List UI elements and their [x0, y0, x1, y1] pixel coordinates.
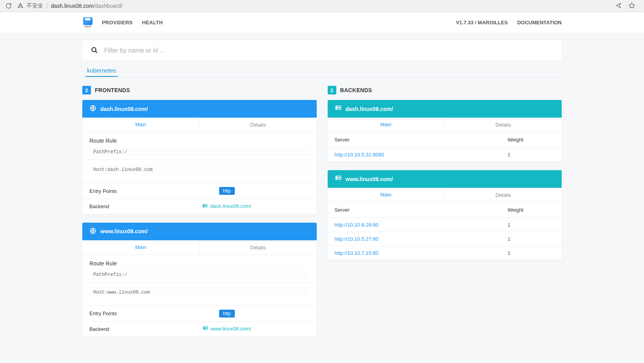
server-link[interactable]: http://10.10.7.15:80	[335, 250, 508, 256]
backends-title: BACKENDS	[340, 87, 372, 93]
frontend-card-header: www.linux08.com/	[82, 223, 317, 240]
tab-details[interactable]: Details	[445, 188, 562, 202]
tab-details[interactable]: Details	[200, 118, 316, 132]
frontend-name: www.linux08.com/	[100, 228, 148, 234]
col-server: Server	[335, 207, 508, 213]
tab-details[interactable]: Details	[200, 240, 316, 254]
search-input[interactable]	[104, 47, 553, 54]
route-rule-label: Route Rule	[89, 260, 310, 267]
url-separator: |	[46, 3, 48, 9]
route-rule-value: PathPrefix:/	[89, 270, 310, 280]
svg-point-14	[336, 109, 337, 109]
entry-point-pill: http	[219, 187, 235, 195]
server-link[interactable]: http://10.10.5.31:8080	[335, 152, 508, 158]
backends-column: 2 BACKENDS dash.linux08.com/ Main Detail…	[328, 86, 562, 345]
svg-point-0	[92, 47, 96, 52]
tab-main[interactable]: Main	[82, 240, 200, 254]
tab-main[interactable]: Main	[328, 118, 445, 132]
server-link[interactable]: http://10.10.6.28:80	[335, 222, 508, 228]
backend-link[interactable]: dash.linux08.com/	[202, 203, 251, 209]
nav-providers[interactable]: PROVIDERS	[102, 20, 132, 25]
col-weight: Weight	[508, 207, 555, 213]
entry-point-pill: http	[219, 310, 235, 318]
reload-icon[interactable]	[5, 3, 12, 9]
frontend-name: dash.linux08.com/	[100, 106, 148, 112]
frontends-count: 2	[82, 86, 91, 94]
star-icon[interactable]	[628, 2, 635, 10]
frontend-card: www.linux08.com/ Main Details Route Rule…	[82, 223, 317, 337]
nav-version[interactable]: V1.7.33 / MAROILLES	[456, 20, 508, 25]
route-rule-label: Route Rule	[89, 138, 310, 144]
backend-link[interactable]: www.linux08.com/	[203, 326, 251, 332]
route-rule-value: PathPrefix:/	[89, 147, 310, 157]
globe-icon	[89, 105, 96, 113]
backends-count: 2	[328, 86, 336, 94]
backend-label: Backend	[89, 326, 144, 332]
svg-point-5	[204, 206, 204, 207]
svg-point-17	[336, 176, 337, 177]
server-link[interactable]: http://10.10.5.27:80	[335, 236, 508, 242]
table-row: http://10.10.5.31:8080 1	[328, 147, 562, 162]
tab-main[interactable]: Main	[328, 188, 445, 202]
backend-label: Backend	[89, 203, 144, 209]
frontends-title: FRONTENDS	[95, 87, 130, 93]
page-body: kubernetes 2 FRONTENDS dash.linux08.com/…	[0, 33, 644, 363]
frontend-card: dash.linux08.com/ Main Details Route Rul…	[82, 100, 317, 214]
insecure-label: 不安全	[27, 2, 43, 9]
svg-point-13	[336, 106, 337, 107]
backend-name: www.linux08.com/	[346, 176, 393, 182]
insecure-icon	[17, 2, 24, 10]
server-weight: 1	[508, 250, 555, 256]
entry-points-label: Entry Points	[89, 188, 144, 194]
provider-tabs: kubernetes	[82, 65, 562, 77]
svg-point-4	[204, 205, 204, 205]
top-nav: træfik PROVIDERS HEALTH V1.7.33 / MAROIL…	[0, 12, 644, 33]
globe-icon	[89, 227, 96, 236]
backend-card: dash.linux08.com/ Main Details Server We…	[328, 100, 562, 162]
server-weight: 1	[508, 236, 555, 242]
traefik-logo[interactable]: træfik	[82, 16, 93, 29]
route-rule-value: Host:www.linux08.com	[89, 287, 310, 298]
col-server: Server	[335, 137, 508, 143]
nav-health[interactable]: HEALTH	[142, 20, 163, 25]
frontend-card-header: dash.linux08.com/	[82, 100, 317, 118]
svg-point-10	[204, 329, 204, 329]
tab-main[interactable]: Main	[82, 118, 200, 132]
svg-point-18	[336, 179, 337, 179]
search-icon	[91, 47, 98, 55]
search-bar	[82, 40, 562, 61]
server-weight: 1	[508, 152, 555, 158]
backend-card: www.linux08.com/ Main Details Server Wei…	[328, 170, 562, 260]
backend-name: dash.linux08.com/	[346, 106, 393, 112]
url-text[interactable]: dash.linux08.com/dashboard/	[51, 3, 123, 9]
browser-address-bar: 不安全 | dash.linux08.com/dashboard/	[0, 0, 644, 12]
table-row: http://10.10.6.28:80 1	[328, 218, 562, 232]
nav-documentation[interactable]: DOCUMENTATION	[517, 20, 562, 25]
table-row: http://10.10.5.27:80 1	[328, 232, 562, 246]
svg-point-9	[204, 327, 204, 327]
backend-card-header: www.linux08.com/	[328, 170, 562, 188]
tab-kubernetes[interactable]: kubernetes	[85, 65, 118, 77]
server-icon	[335, 175, 342, 183]
entry-points-label: Entry Points	[89, 310, 144, 316]
send-icon[interactable]	[615, 2, 622, 10]
table-row: http://10.10.7.15:80 1	[328, 246, 562, 260]
backend-card-header: dash.linux08.com/	[328, 100, 562, 118]
server-weight: 1	[508, 222, 555, 228]
tab-details[interactable]: Details	[445, 118, 562, 132]
server-icon	[335, 105, 342, 113]
col-weight: Weight	[508, 137, 555, 143]
route-rule-value: Host:dash.linux08.com	[89, 165, 310, 175]
frontends-column: 2 FRONTENDS dash.linux08.com/ Main Detai…	[82, 86, 317, 345]
